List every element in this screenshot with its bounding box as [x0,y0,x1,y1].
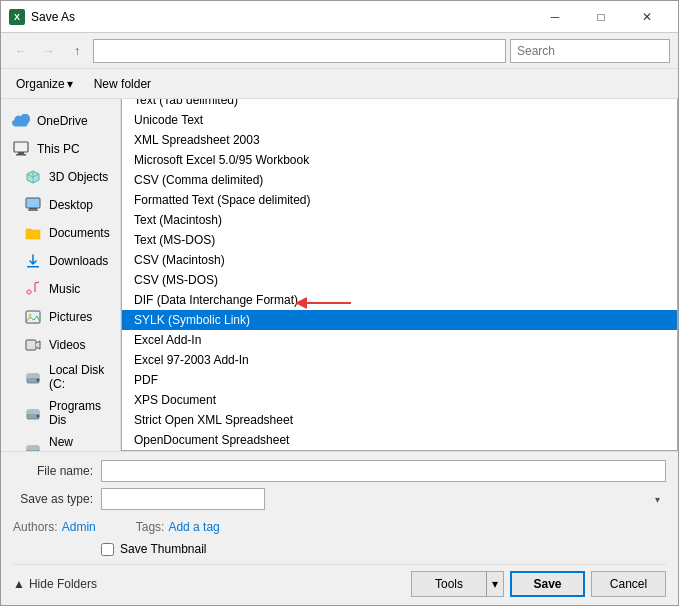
organize-button[interactable]: Organize ▾ [9,73,80,95]
tools-arrow: ▾ [492,577,498,591]
svg-rect-0 [14,142,28,152]
svg-rect-4 [26,198,40,208]
sidebar-label-desktop: Desktop [49,198,93,212]
authors-value[interactable]: Admin [62,520,96,534]
sidebar-item-this-pc[interactable]: This PC [1,135,120,163]
action-buttons: Tools ▾ Save Cancel [411,571,666,597]
file-type-item[interactable]: Excel 97-2003 Add-In [122,350,677,370]
address-bar[interactable] [93,39,506,63]
computer-icon [11,139,31,159]
file-type-item[interactable]: DIF (Data Interchange Format) [122,290,677,310]
svg-rect-1 [18,152,24,154]
sidebar-label-this-pc: This PC [37,142,80,156]
sidebar-item-documents[interactable]: Documents [1,219,120,247]
tags-value[interactable]: Add a tag [168,520,219,534]
sidebar-label-videos: Videos [49,338,85,352]
filename-label: File name: [13,464,93,478]
authors-label: Authors: [13,520,58,534]
forward-button[interactable]: → [37,40,61,62]
hide-folders-label: Hide Folders [29,577,97,591]
window-controls: ─ □ ✕ [532,7,670,27]
sidebar-label-3d-objects: 3D Objects [49,170,108,184]
file-type-item[interactable]: XML Spreadsheet 2003 [122,130,677,150]
thumbnail-row: Save Thumbnail [13,538,666,560]
disk-icon [23,367,43,387]
sidebar-label-onedrive: OneDrive [37,114,88,128]
file-type-item[interactable]: SYLK (Symbolic Link) [122,310,677,330]
sidebar-item-local-disk[interactable]: Local Disk (C: [1,359,120,395]
close-button[interactable]: ✕ [624,7,670,27]
file-type-item[interactable]: OpenDocument Spreadsheet [122,430,677,450]
metadata-row: Authors: Admin Tags: Add a tag [13,516,666,538]
disk3-icon [23,439,43,451]
save-as-dialog: X Save As ─ □ ✕ ← → ↑ Organize ▾ New fol… [0,0,679,606]
cancel-button[interactable]: Cancel [591,571,666,597]
file-type-item[interactable]: Text (Tab delimited) [122,99,677,110]
search-input[interactable] [510,39,670,63]
navigation-toolbar: ← → ↑ [1,33,678,69]
thumbnail-label: Save Thumbnail [120,542,207,556]
tags-label: Tags: [136,520,165,534]
sidebar-item-desktop[interactable]: Desktop [1,191,120,219]
sidebar-item-music[interactable]: Music [1,275,120,303]
savetype-label: Save as type: [13,492,93,506]
new-folder-button[interactable]: New folder [88,73,157,95]
music-icon [23,279,43,299]
video-icon [23,335,43,355]
bottom-section: File name: Save as type: Excel Workbook … [1,451,678,605]
filename-row: File name: [13,460,666,482]
savetype-input[interactable]: Excel Workbook [101,488,265,510]
back-button[interactable]: ← [9,40,33,62]
sidebar-item-onedrive[interactable]: OneDrive [1,107,120,135]
sidebar-label-music: Music [49,282,80,296]
main-content: OneDrive This PC [1,99,678,451]
excel-icon: X [9,9,25,25]
file-type-item[interactable]: XPS Document [122,390,677,410]
new-folder-label: New folder [94,77,151,91]
tools-dropdown-button[interactable]: ▾ [486,571,504,597]
file-type-item[interactable]: CSV (Macintosh) [122,250,677,270]
file-type-item[interactable]: Strict Open XML Spreadsheet [122,410,677,430]
file-area: Excel WorkbookExcel Macro-Enabled Workbo… [121,99,678,451]
svg-rect-11 [26,340,36,350]
svg-rect-6 [28,210,38,211]
sidebar-item-new-volume1[interactable]: New Volume [1,431,120,451]
file-type-dropdown[interactable]: Excel WorkbookExcel Macro-Enabled Workbo… [121,99,678,451]
sidebar-item-pictures[interactable]: Pictures [1,303,120,331]
cloud-icon [11,111,31,131]
sidebar-item-videos[interactable]: Videos [1,331,120,359]
hide-folders-arrow: ▲ [13,577,25,591]
svg-rect-7 [27,266,39,268]
sidebar-item-programs[interactable]: Programs Dis [1,395,120,431]
svg-rect-19 [27,446,39,450]
sidebar-label-documents: Documents [49,226,110,240]
file-type-item[interactable]: Formatted Text (Space delimited) [122,190,677,210]
action-row: ▲ Hide Folders Tools ▾ Save Cancel [13,564,666,597]
save-button[interactable]: Save [510,571,585,597]
sidebar-item-downloads[interactable]: Downloads [1,247,120,275]
file-type-item[interactable]: Excel Add-In [122,330,677,350]
sidebar-item-3d-objects[interactable]: 3D Objects [1,163,120,191]
file-type-item[interactable]: Text (Macintosh) [122,210,677,230]
hide-folders-button[interactable]: ▲ Hide Folders [13,577,97,591]
tools-label: Tools [435,577,463,591]
file-type-item[interactable]: Unicode Text [122,110,677,130]
file-type-item[interactable]: CSV (MS-DOS) [122,270,677,290]
thumbnail-checkbox[interactable] [101,543,114,556]
sidebar-label-downloads: Downloads [49,254,108,268]
filename-input[interactable] [101,460,666,482]
image-icon [23,307,43,327]
maximize-button[interactable]: □ [578,7,624,27]
cube-icon [23,167,43,187]
sidebar-label-local-disk: Local Disk (C: [49,363,110,391]
minimize-button[interactable]: ─ [532,7,578,27]
file-type-item[interactable]: CSV (Comma delimited) [122,170,677,190]
organize-label: Organize [16,77,65,91]
file-type-item[interactable]: PDF [122,370,677,390]
svg-point-14 [37,379,40,382]
file-type-item[interactable]: Microsoft Excel 5.0/95 Workbook [122,150,677,170]
tools-button[interactable]: Tools [411,571,486,597]
folder-icon [23,223,43,243]
up-button[interactable]: ↑ [65,40,89,62]
file-type-item[interactable]: Text (MS-DOS) [122,230,677,250]
